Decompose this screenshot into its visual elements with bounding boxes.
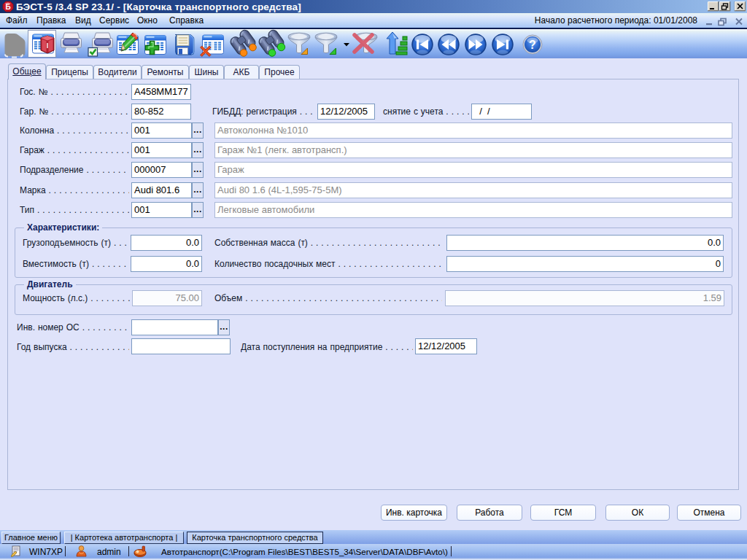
svg-text:Б: Б bbox=[5, 3, 10, 11]
svg-text:?: ? bbox=[529, 39, 536, 51]
